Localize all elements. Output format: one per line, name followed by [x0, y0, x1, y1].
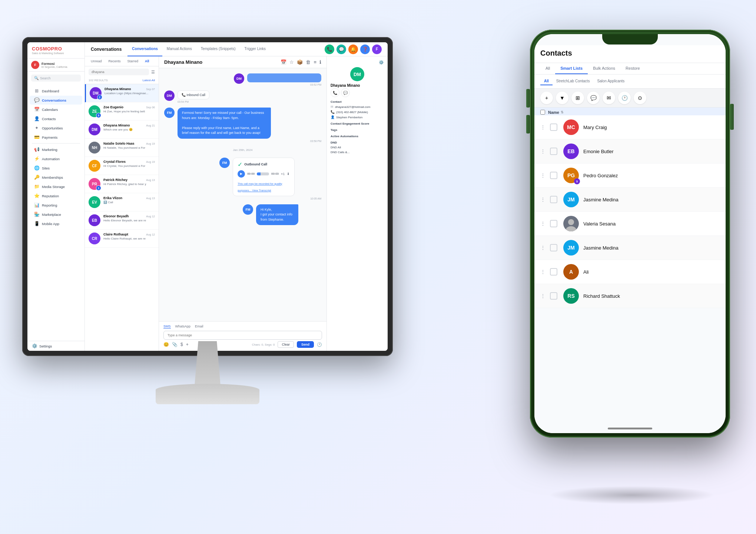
phone-sub-tab-all[interactable]: All	[540, 78, 553, 85]
search-input[interactable]	[89, 69, 149, 75]
filter-icon[interactable]: ☰	[151, 70, 155, 75]
phone-contact-row-jm1[interactable]: ⋮ JM Jasmine Medina	[534, 188, 726, 212]
speed-icon[interactable]: ×1	[281, 172, 285, 176]
sidebar-item-reputation[interactable]: ⭐ Reputation	[30, 191, 82, 200]
phone-tab-bulk-actions[interactable]: Bulk Actions	[588, 63, 620, 74]
tab-templates[interactable]: Templates (Snippets)	[196, 42, 240, 56]
play-button[interactable]: ▶	[238, 170, 245, 178]
email-bulk-btn[interactable]: ✉	[603, 92, 615, 104]
tab-sms[interactable]: SMS	[163, 324, 171, 329]
sidebar-item-payments[interactable]: 💳 Payments	[30, 133, 82, 142]
conv-item-3[interactable]: DM Dhayana Minano Aug 21 Which one are y…	[85, 121, 159, 139]
checkbox-eb[interactable]	[550, 148, 557, 155]
tab-email[interactable]: Email	[195, 324, 203, 329]
phone-contact-row-pg[interactable]: ⋮ PG 5 Pedro Gonzalez	[534, 164, 726, 188]
phone-tab-all[interactable]: All	[540, 63, 555, 74]
select-all-checkbox[interactable]	[540, 110, 545, 115]
phone-power-btn[interactable]	[730, 104, 734, 130]
download-icon[interactable]: ⬇	[287, 172, 290, 176]
filter-starred[interactable]: Starred	[125, 59, 141, 64]
message-bulk-btn[interactable]: 💬	[587, 92, 600, 104]
phone-vol-down-btn[interactable]	[526, 115, 530, 134]
transcript-link[interactable]: This call may be recorded for quality pu…	[238, 182, 282, 192]
tab-conversations[interactable]: Conversations	[127, 42, 162, 56]
checkbox-rs[interactable]	[550, 292, 557, 300]
conv-item-2[interactable]: ZE 9 Zoe Eugenio Sep 06	[85, 102, 159, 121]
settings-gear-icon[interactable]: ⚙️	[379, 60, 384, 65]
user-area[interactable]: F Formosi El Segundo, California	[27, 59, 84, 72]
conv-item-7[interactable]: EV Erika Vlizon Aug 13 ⬆️ Call	[85, 193, 159, 211]
checkbox-jm1[interactable]	[550, 196, 557, 203]
checkbox-vs[interactable]	[550, 220, 557, 227]
phone-icon-btn[interactable]: 📞	[325, 44, 334, 54]
filter-btn[interactable]: ▼	[556, 92, 568, 104]
row-dots-jm2[interactable]: ⋮	[540, 245, 546, 251]
add-contact-btn[interactable]: +	[540, 92, 553, 104]
filter-recents[interactable]: Recents	[106, 59, 123, 64]
sidebar-item-reporting[interactable]: 📊 Reporting	[30, 201, 82, 210]
sidebar-item-contacts[interactable]: 👤 Contacts	[30, 114, 82, 123]
checkbox-pg[interactable]	[550, 172, 557, 179]
phone-sub-tab-stretchlab[interactable]: StretchLab Contacts	[553, 78, 594, 85]
more-btn[interactable]: ⊙	[634, 92, 646, 104]
filter-unread[interactable]: Unread	[89, 59, 104, 64]
user-avatar-btn[interactable]: F	[372, 44, 382, 54]
chat-input[interactable]	[163, 331, 322, 340]
filter-all[interactable]: All	[143, 59, 152, 64]
call-action-btn[interactable]: 📞	[331, 88, 339, 97]
checkbox-jm2[interactable]	[550, 244, 557, 251]
phone-contact-row-a[interactable]: ⋮ A Ali	[534, 260, 726, 284]
phone-sub-tab-salon[interactable]: Salon Applicants	[593, 78, 628, 85]
help-icon-btn[interactable]: ❓	[360, 44, 370, 54]
sidebar-item-marketplace[interactable]: 🏪 Marketplace	[30, 210, 82, 219]
sidebar-search-box[interactable]: 🔍 Search	[31, 75, 81, 82]
conv-item-8[interactable]: EB Eleonor Beyadh Aug 12 Hello Eleonor B…	[85, 211, 159, 230]
send-button[interactable]: Send	[297, 341, 314, 348]
sidebar-item-opportunities[interactable]: ✦ Opportunities	[30, 123, 82, 132]
phone-contact-row-jm2[interactable]: ⋮ JM Jasmine Medina	[534, 236, 726, 260]
sidebar-item-marketing[interactable]: 📢 Marketing	[30, 145, 82, 154]
conv-item-9[interactable]: CR Claire Rothaupt Aug 12 Hello Claire R…	[85, 230, 159, 248]
sidebar-item-media-storage[interactable]: 📁 Media Storage	[30, 182, 82, 191]
chat-icon-btn[interactable]: 💬	[336, 44, 346, 54]
settings-area[interactable]: ⚙️ Settings	[27, 341, 84, 351]
sidebar-item-dashboard[interactable]: ⊞ Dashboard	[30, 86, 82, 95]
phone-contact-row-vs[interactable]: ⋮ Valeria Sesana	[534, 212, 726, 236]
grid-btn[interactable]: ⊞	[571, 92, 584, 104]
phone-contact-row-eb[interactable]: ⋮ EB Emonie Butler	[534, 139, 726, 164]
row-dots-eb[interactable]: ⋮	[540, 148, 546, 154]
menu-icon[interactable]: ≡	[314, 59, 316, 65]
checkbox-a[interactable]	[550, 268, 557, 276]
phone-tab-smart-lists[interactable]: Smart Lists	[555, 63, 588, 74]
phone-contact-row-mc[interactable]: ⋮ MC Mary Craig	[534, 115, 726, 139]
row-dots-vs[interactable]: ⋮	[540, 221, 546, 227]
checkbox-mc[interactable]	[550, 123, 557, 131]
conv-item-5[interactable]: CF Crystal Flores Aug 19 Hi Crystal, You…	[85, 157, 159, 175]
row-dots-rs[interactable]: ⋮	[540, 293, 546, 299]
phone-contact-row-rs[interactable]: ⋮ RS Richard Shattuck	[534, 284, 726, 308]
conv-item-6[interactable]: PR 3 Patrick Ritchey Aug 13	[85, 175, 159, 193]
sort-arrow[interactable]: ⇅	[561, 111, 564, 114]
add-icon[interactable]: +	[186, 342, 189, 347]
tab-trigger-links[interactable]: Trigger Links	[240, 42, 270, 56]
emoji-icon[interactable]: 😊	[163, 342, 169, 347]
row-dots-mc[interactable]: ⋮	[540, 124, 546, 130]
dollar-icon[interactable]: $	[180, 342, 183, 347]
sidebar-item-mobile-app[interactable]: 📱 Mobile App	[30, 219, 82, 228]
sidebar-item-automation[interactable]: ⚡ Automation	[30, 154, 82, 163]
row-dots-a[interactable]: ⋮	[540, 269, 546, 275]
sidebar-item-sites[interactable]: 🌐 Sites	[30, 164, 82, 172]
clock-btn[interactable]: 🕐	[618, 92, 631, 104]
phone-vol-up-btn[interactable]	[526, 89, 530, 108]
conv-item-4[interactable]: NH Natalie Sotelo Haas Aug 19 Hi Natalie…	[85, 139, 159, 157]
sort-label[interactable]: Latest-All	[143, 79, 155, 82]
star-icon[interactable]: ☆	[289, 59, 294, 65]
conv-item-1[interactable]: DM 2 Dhayana Minano Sep 07	[85, 84, 159, 102]
info-icon[interactable]: ℹ	[319, 59, 321, 65]
delete-icon[interactable]: 🗑	[306, 59, 311, 65]
attachment-icon[interactable]: 📎	[172, 342, 178, 347]
phone-tab-restore[interactable]: Restore	[620, 63, 645, 74]
tab-whatsapp[interactable]: WhatsApp	[175, 324, 191, 329]
tab-manual-actions[interactable]: Manual Actions	[162, 42, 196, 56]
row-dots-jm1[interactable]: ⋮	[540, 197, 546, 202]
